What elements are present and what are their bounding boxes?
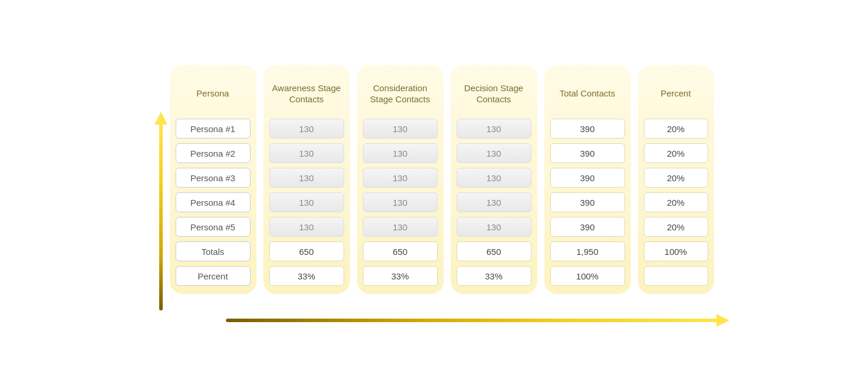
cell-percent-row1: 20% [644,143,708,163]
cell-persona-row5: Totals [176,241,251,261]
cell-consideration-row3: 130 [363,192,438,212]
cell-persona-row2: Persona #3 [176,168,251,188]
cell-persona-row4: Persona #5 [176,217,251,237]
cell-total-row5: 1,950 [550,241,625,261]
cell-percent-row6 [644,266,708,286]
cell-awareness-row3: 130 [269,192,344,212]
table-area: PersonaPersona #1Persona #2Persona #3Per… [170,65,714,294]
cell-awareness-row1: 130 [269,143,344,163]
cell-percent-row5: 100% [644,241,708,261]
cell-total-row6: 100% [550,266,625,286]
cell-persona-row0: Persona #1 [176,119,251,139]
cell-persona-row3: Persona #4 [176,192,251,212]
cell-decision-row1: 130 [457,143,531,163]
cell-consideration-row5: 650 [363,241,438,261]
cell-consideration-row6: 33% [363,266,438,286]
cell-persona-row6: Percent [176,266,251,286]
cell-consideration-row1: 130 [363,143,438,163]
cell-awareness-row0: 130 [269,119,344,139]
cell-awareness-row4: 130 [269,217,344,237]
cell-total-row3: 390 [550,192,625,212]
col-header-awareness: Awareness Stage Contacts [269,73,344,114]
arrow-head [716,314,729,327]
cell-total-row4: 390 [550,217,625,237]
cell-consideration-row4: 130 [363,217,438,237]
col-header-consideration: Consideration Stage Contacts [363,73,438,114]
arrow-line [226,319,716,322]
cell-decision-row6: 33% [457,266,531,286]
col-card-percent: Percent20%20%20%20%20%100% [638,65,714,294]
col-header-percent: Percent [658,73,694,114]
cell-persona-row1: Persona #2 [176,143,251,163]
cell-awareness-row5: 650 [269,241,344,261]
col-card-decision: Decision Stage Contacts13013013013013065… [451,65,537,294]
col-header-persona: Persona [194,73,232,114]
col-header-total: Total Contacts [557,73,617,114]
col-card-consideration: Consideration Stage Contacts130130130130… [357,65,444,294]
vertical-arrow [155,112,167,310]
cell-consideration-row2: 130 [363,168,438,188]
cell-percent-row2: 20% [644,168,708,188]
cell-awareness-row2: 130 [269,168,344,188]
cell-decision-row4: 130 [457,217,531,237]
cell-percent-row3: 20% [644,192,708,212]
cell-total-row0: 390 [550,119,625,139]
cell-percent-row4: 20% [644,217,708,237]
col-card-total: Total Contacts3903903903903901,950100% [544,65,631,294]
cell-awareness-row6: 33% [269,266,344,286]
horizontal-arrow [226,314,729,327]
page-wrapper: PersonaPersona #1Persona #2Persona #3Per… [0,0,868,380]
col-header-decision: Decision Stage Contacts [457,73,531,114]
cell-total-row1: 390 [550,143,625,163]
cell-total-row2: 390 [550,168,625,188]
col-card-awareness: Awareness Stage Contacts1301301301301306… [263,65,350,294]
cell-decision-row3: 130 [457,192,531,212]
cell-decision-row5: 650 [457,241,531,261]
cell-decision-row2: 130 [457,168,531,188]
cell-consideration-row0: 130 [363,119,438,139]
horizontal-arrow-row [0,314,868,327]
cell-percent-row0: 20% [644,119,708,139]
col-card-persona: PersonaPersona #1Persona #2Persona #3Per… [170,65,256,294]
cell-decision-row0: 130 [457,119,531,139]
